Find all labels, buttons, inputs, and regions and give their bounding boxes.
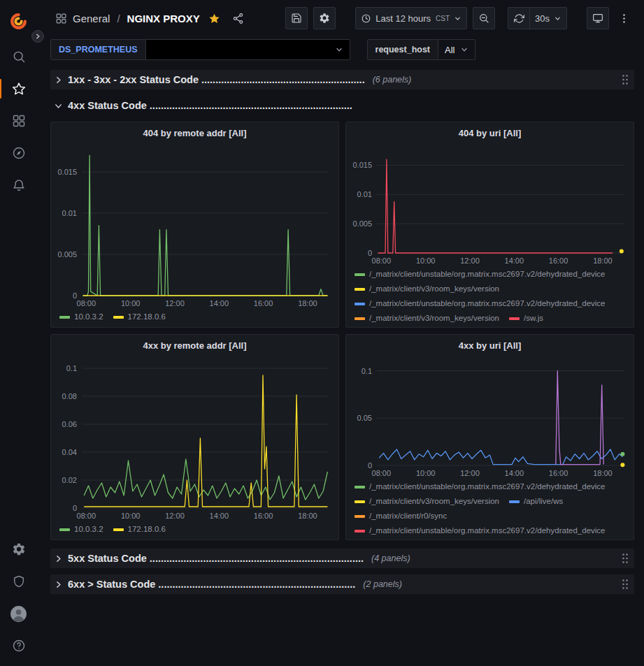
legend-label: 10.0.3.2: [74, 523, 103, 535]
dashboard-settings-button[interactable]: [313, 7, 336, 29]
legend-label: 172.18.0.6: [128, 523, 166, 535]
refresh-icon: [514, 13, 524, 24]
sidebar-item-alerting[interactable]: [0, 169, 37, 201]
panel-chart[interactable]: 00.050.108:0010:0012:0014:0016:0018:00: [346, 356, 634, 479]
svg-text:18:00: 18:00: [593, 256, 613, 265]
legend-item[interactable]: 10.0.3.2: [59, 311, 103, 323]
refresh-interval-picker[interactable]: 30s: [530, 7, 567, 29]
panel-4xx-by-uri: 4xx by uri [All] 00.050.108:0010:0012:00…: [345, 334, 634, 540]
gear-icon: [12, 542, 26, 556]
svg-text:16:00: 16:00: [549, 469, 568, 477]
clock-icon: [361, 13, 371, 24]
request-host-selected-value: All: [445, 45, 455, 55]
panel-chart[interactable]: 00.020.040.060.080.108:0010:0012:0014:00…: [51, 356, 338, 522]
panel-title[interactable]: 404 by remote addr [All]: [51, 122, 338, 143]
chevron-down-icon: [454, 15, 461, 22]
request-host-select[interactable]: All: [438, 39, 475, 60]
refresh-button[interactable]: [508, 7, 530, 29]
legend-item[interactable]: /_matrix/client/r0/sync: [355, 510, 447, 522]
legend-item[interactable]: 172.18.0.6: [113, 311, 166, 323]
sidebar-item-server-admin[interactable]: [0, 565, 37, 598]
sidebar-item-dashboards[interactable]: [0, 105, 37, 137]
svg-text:16:00: 16:00: [254, 512, 273, 520]
svg-text:12:00: 12:00: [165, 512, 185, 520]
svg-text:12:00: 12:00: [460, 256, 480, 265]
row-drag-handle[interactable]: [622, 74, 629, 85]
row-5xx-status-code[interactable]: 5xx Status Code ........................…: [50, 549, 634, 568]
svg-text:10:00: 10:00: [416, 469, 436, 477]
legend-item[interactable]: 172.18.0.6: [113, 523, 166, 535]
row-title: 6xx > Status Code ......................…: [68, 579, 355, 590]
compass-icon: [12, 146, 26, 160]
legend-item[interactable]: /_matrix/client/unstable/org.matrix.msc2…: [355, 298, 606, 310]
legend-color-dash: [355, 288, 365, 291]
cycle-view-button[interactable]: [587, 7, 609, 29]
topbar: General / NGINX PROXY: [37, 0, 644, 36]
dashboards-grid-icon: [12, 114, 26, 128]
panel-legend: /_matrix/client/unstable/org.matrix.msc2…: [346, 479, 634, 540]
legend-item[interactable]: /_matrix/client/v3/room_keys/version: [355, 312, 499, 324]
row-panel-count: (2 panels): [363, 579, 402, 589]
chevron-down-icon: [54, 101, 63, 110]
row-drag-handle[interactable]: [622, 579, 629, 590]
row-6xx-status-code[interactable]: 6xx > Status Code ......................…: [50, 574, 634, 594]
panel-chart[interactable]: 00.0050.010.01508:0010:0012:0014:0016:00…: [51, 143, 338, 310]
sidebar-item-search[interactable]: [0, 41, 37, 73]
legend-item[interactable]: /_matrix/client/v3/room_keys/version: [355, 283, 499, 295]
legend-color-dash: [59, 528, 70, 531]
datasource-select[interactable]: [146, 39, 350, 60]
chevron-right-icon: [54, 580, 63, 589]
sidebar-item-starred[interactable]: [0, 73, 37, 105]
svg-text:16:00: 16:00: [254, 299, 273, 307]
time-range-picker[interactable]: Last 12 hours CST: [355, 7, 467, 29]
legend-item[interactable]: /_matrix/client/v3/room_keys/version: [355, 495, 499, 507]
row-drag-handle[interactable]: [622, 553, 629, 564]
legend-item[interactable]: /_matrix/client/unstable/org.matrix.msc2…: [355, 525, 606, 537]
legend-item[interactable]: /_matrix/client/unstable/org.matrix.msc2…: [355, 481, 606, 493]
legend-color-dash: [355, 500, 365, 503]
breadcrumb-folder[interactable]: General: [73, 13, 110, 24]
legend-item[interactable]: /_matrix/client/unstable/org.matrix.msc2…: [355, 268, 606, 280]
row-4xx-status-code[interactable]: 4xx Status Code ........................…: [50, 96, 634, 115]
grafana-logo[interactable]: [0, 7, 37, 35]
dashboard-content: 1xx - 3xx - 2xx Status Code ............…: [37, 64, 644, 666]
svg-text:08:00: 08:00: [77, 299, 96, 307]
legend-label: /_matrix/client/unstable/org.matrix.msc2…: [369, 268, 606, 280]
legend-item[interactable]: /sw.js: [509, 312, 543, 324]
bell-icon: [12, 178, 26, 192]
sidebar-expand-button[interactable]: [31, 30, 44, 43]
save-dashboard-button[interactable]: [285, 7, 308, 29]
legend-label: /_matrix/client/r0/sync: [369, 510, 447, 522]
panel-title[interactable]: 4xx by remote addr [All]: [51, 335, 338, 356]
timeseries-plot: 00.0050.010.01508:0010:0012:0014:0016:00…: [51, 143, 338, 310]
panel-chart[interactable]: 00.0050.010.01508:0010:0012:0014:0016:00…: [346, 143, 634, 267]
legend-item[interactable]: /api/live/ws: [509, 495, 563, 507]
legend-label: 172.18.0.6: [128, 311, 166, 323]
legend-label: /_matrix/client/unstable/org.matrix.msc2…: [369, 525, 606, 537]
row-1xx-3xx-2xx-status-code[interactable]: 1xx - 3xx - 2xx Status Code ............…: [50, 70, 634, 89]
legend-color-dash: [355, 303, 365, 305]
panel-title[interactable]: 4xx by uri [All]: [346, 335, 634, 356]
sidebar: [0, 0, 37, 666]
svg-text:0.1: 0.1: [362, 367, 372, 375]
svg-text:18:00: 18:00: [298, 512, 317, 520]
svg-text:10:00: 10:00: [416, 256, 436, 265]
share-icon: [232, 13, 244, 24]
zoom-out-button[interactable]: [473, 7, 495, 29]
sidebar-item-configuration[interactable]: [0, 533, 37, 565]
sidebar-item-explore[interactable]: [0, 137, 37, 169]
svg-text:0.02: 0.02: [62, 476, 77, 484]
sidebar-item-profile[interactable]: [0, 598, 37, 630]
row-panel-count: (6 panels): [373, 75, 412, 85]
svg-text:0.01: 0.01: [357, 190, 372, 198]
legend-color-dash: [113, 528, 124, 531]
sidebar-item-help[interactable]: [0, 630, 37, 662]
legend-item[interactable]: 10.0.3.2: [59, 523, 103, 535]
panel-title[interactable]: 404 by uri [All]: [346, 122, 634, 143]
legend-color-dash: [509, 317, 520, 320]
share-button[interactable]: [229, 7, 248, 29]
kebab-menu-icon: [618, 13, 630, 24]
chevron-down-icon: [335, 45, 343, 54]
kebab-menu-button[interactable]: [615, 7, 633, 29]
favorite-star-button[interactable]: [206, 7, 224, 29]
